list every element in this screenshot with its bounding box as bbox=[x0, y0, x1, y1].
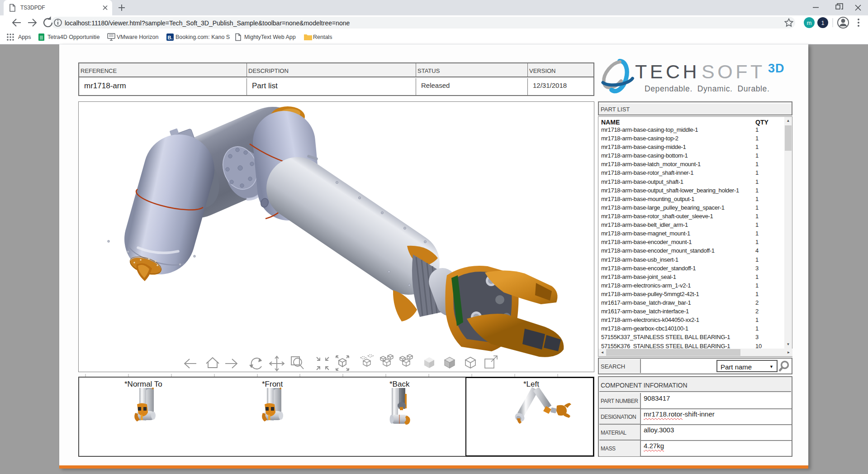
svg-text:Dependable. Dynamic. Durable: Dependable. Dynamic. Durable. bbox=[645, 84, 769, 93]
svg-text:TECH: TECH bbox=[635, 61, 700, 82]
svg-text:m: m bbox=[807, 19, 812, 26]
svg-text:3D: 3D bbox=[768, 62, 785, 75]
svg-text:SOFT: SOFT bbox=[702, 61, 765, 82]
svg-text:B.: B. bbox=[168, 35, 173, 40]
svg-text:1: 1 bbox=[821, 20, 825, 26]
